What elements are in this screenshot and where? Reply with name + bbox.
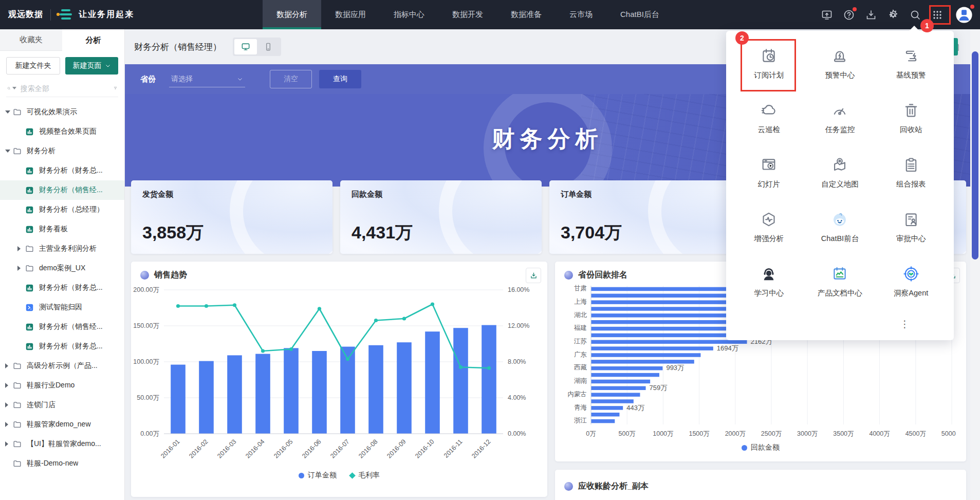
sales-trend-chart[interactable]: 0.00万0.00%50.00万4.00%100.00万8.00%150.00万… bbox=[131, 283, 537, 471]
app-item-label: 学习中心 bbox=[754, 288, 784, 298]
app-item-agent-target[interactable]: 洞察Agent bbox=[876, 262, 947, 301]
app-item-doc-chart[interactable]: 产品文档中心 bbox=[804, 262, 875, 301]
tree-page-4[interactable]: 财务分析（财务总... bbox=[0, 161, 124, 180]
sidebar-tabs: 收藏夹分析 bbox=[0, 29, 124, 51]
tree-folder-15[interactable]: 鞋服行业Demo bbox=[0, 376, 124, 395]
nav-tab-2[interactable]: 数据应用 bbox=[321, 0, 380, 29]
app-item-cloud-scan[interactable]: 云巡检 bbox=[733, 99, 804, 138]
nav-tab-1[interactable]: 数据分析 bbox=[263, 0, 321, 29]
caret-right-icon[interactable] bbox=[5, 441, 8, 447]
baseline-alert-icon bbox=[902, 47, 920, 65]
new-page-button[interactable]: 新建页面 bbox=[65, 57, 118, 75]
search-scope-caret-icon[interactable] bbox=[12, 87, 16, 89]
folder-icon bbox=[25, 244, 34, 254]
app-item-hex-pulse[interactable]: 增强分析 bbox=[733, 208, 804, 247]
svg-text:200.00万: 200.00万 bbox=[133, 286, 159, 293]
tree-page-10[interactable]: 财务分析（财务总... bbox=[0, 278, 124, 298]
tree-folder-19[interactable]: 鞋服-Demo-new bbox=[0, 454, 124, 473]
app-item-chatbi-robot[interactable]: ChatBI前台 bbox=[804, 208, 875, 247]
export-download-button[interactable] bbox=[526, 268, 541, 283]
legend-item[interactable]: 订单金额 bbox=[299, 471, 337, 480]
tree-folder-3[interactable]: 财务分析 bbox=[0, 141, 124, 161]
folder-icon bbox=[12, 146, 22, 156]
app-item-learn-person[interactable]: 学习中心 bbox=[733, 262, 804, 301]
apps-grid-icon[interactable] bbox=[931, 9, 944, 21]
nav-tab-7[interactable]: ChatBI后台 bbox=[606, 0, 673, 29]
new-folder-button[interactable]: 新建文件夹 bbox=[6, 57, 60, 75]
tree-folder-18[interactable]: 【UI】鞋服管家demo... bbox=[0, 434, 124, 454]
tree-folder-16[interactable]: 连锁门店 bbox=[0, 395, 124, 415]
settings-icon[interactable] bbox=[887, 9, 899, 21]
app-item-calendar-clock[interactable]: 订阅计划 bbox=[733, 44, 804, 83]
svg-text:福建: 福建 bbox=[574, 324, 587, 331]
report-icon bbox=[902, 156, 920, 174]
search-bar[interactable] bbox=[6, 81, 118, 97]
svg-text:12.00%: 12.00% bbox=[508, 322, 529, 329]
tree-page-6[interactable]: 财务分析（总经理） bbox=[0, 200, 124, 219]
chart-page-icon bbox=[25, 205, 34, 215]
folder-icon bbox=[12, 361, 22, 371]
nav-tab-4[interactable]: 数据开发 bbox=[438, 0, 497, 29]
scrollbar-thumb[interactable] bbox=[972, 51, 978, 260]
tree-folder-14[interactable]: 高级分析示例（产品... bbox=[0, 356, 124, 376]
nav-tab-6[interactable]: 云市场 bbox=[556, 0, 606, 29]
svg-text:1694万: 1694万 bbox=[717, 344, 738, 352]
province-select[interactable]: 请选择 bbox=[169, 71, 245, 87]
tree-page-12[interactable]: 财务分析（销售经... bbox=[0, 317, 124, 337]
app-item-approval[interactable]: 审批中心 bbox=[876, 208, 947, 247]
query-button[interactable]: 查询 bbox=[319, 70, 361, 88]
app-item-slides[interactable]: 幻灯片 bbox=[733, 153, 804, 192]
tree-page-11[interactable]: 测试智能归因 bbox=[0, 298, 124, 317]
sidebar-tab-1[interactable]: 收藏夹 bbox=[0, 29, 62, 51]
tree-folder-8[interactable]: 主营业务利润分析 bbox=[0, 239, 124, 258]
svg-text:759万: 759万 bbox=[650, 384, 668, 392]
more-options-icon[interactable]: ⋮ bbox=[900, 319, 910, 329]
folder-icon bbox=[12, 420, 22, 430]
app-item-gauge[interactable]: 任务监控 bbox=[804, 99, 875, 138]
tree-page-7[interactable]: 财务看板 bbox=[0, 219, 124, 239]
screencast-icon[interactable] bbox=[821, 9, 833, 21]
caret-right-icon[interactable] bbox=[5, 383, 8, 388]
chart-page-icon bbox=[25, 166, 34, 176]
tree-folder-17[interactable]: 鞋服管家demo_new bbox=[0, 415, 124, 434]
app-item-alarm[interactable]: 预警中心 bbox=[804, 44, 875, 83]
tree-page-2[interactable]: 视频整合效果页面 bbox=[0, 122, 124, 141]
app-item-baseline-alert[interactable]: 基线预警 bbox=[876, 44, 947, 83]
user-avatar[interactable] bbox=[955, 6, 973, 24]
tree-page-5[interactable]: 财务分析（销售经... bbox=[0, 180, 124, 200]
province-rank-legend: 回款金额 bbox=[555, 443, 966, 452]
nav-tab-3[interactable]: 指标中心 bbox=[380, 0, 438, 29]
chart-page-icon bbox=[25, 283, 34, 293]
page-scrollbar[interactable] bbox=[970, 29, 980, 500]
caret-right-icon[interactable] bbox=[17, 266, 21, 271]
desktop-view-button[interactable] bbox=[234, 39, 257, 54]
nav-tab-5[interactable]: 数据准备 bbox=[497, 0, 556, 29]
tree-folder-1[interactable]: 可视化效果演示 bbox=[0, 102, 124, 122]
download-icon[interactable] bbox=[865, 9, 877, 21]
caret-right-icon[interactable] bbox=[5, 422, 8, 427]
legend-item[interactable]: 回款金额 bbox=[742, 443, 780, 452]
tree-folder-9[interactable]: demo案例_UX bbox=[0, 258, 124, 278]
apps-grid: 订阅计划 预警中心 基线预警 云巡检 任务监控 回收站 幻灯片 自定义地图 组合… bbox=[733, 44, 947, 301]
caret-right-icon[interactable] bbox=[17, 246, 21, 251]
caret-right-icon[interactable] bbox=[5, 363, 8, 368]
svg-text:4500万: 4500万 bbox=[905, 430, 926, 437]
clear-button[interactable]: 清空 bbox=[270, 70, 312, 88]
caret-down-icon[interactable] bbox=[5, 150, 10, 153]
mobile-view-button[interactable] bbox=[257, 39, 280, 54]
caret-down-icon[interactable] bbox=[5, 110, 10, 114]
sidebar-tab-2[interactable]: 分析 bbox=[62, 29, 124, 51]
app-item-label: 增强分析 bbox=[754, 234, 784, 244]
legend-item[interactable]: 毛利率 bbox=[350, 471, 380, 480]
search-icon[interactable] bbox=[909, 9, 921, 21]
tree-item-label: 财务分析（销售经... bbox=[39, 322, 103, 331]
caret-right-icon[interactable] bbox=[5, 402, 8, 408]
app-item-trash[interactable]: 回收站 bbox=[876, 99, 947, 138]
tree-page-13[interactable]: 财务分析（财务总... bbox=[0, 337, 124, 356]
help-icon[interactable] bbox=[843, 9, 855, 21]
app-item-map-pin[interactable]: 自定义地图 bbox=[804, 153, 875, 192]
brand-slogan: 让业务用起来 bbox=[79, 9, 134, 20]
app-item-report[interactable]: 组合报表 bbox=[876, 153, 947, 192]
filter-funnel-icon[interactable] bbox=[114, 84, 117, 92]
search-input[interactable] bbox=[21, 84, 114, 92]
